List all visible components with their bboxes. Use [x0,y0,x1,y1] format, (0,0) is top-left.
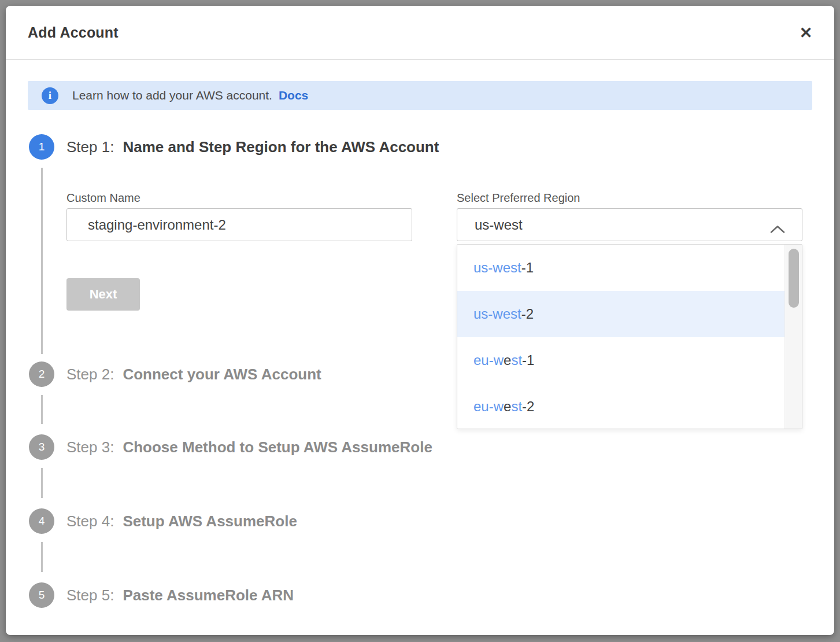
page-title: Add Account [28,6,119,59]
step-connector-2-3 [41,395,43,424]
step-2-heading: Step 2: Connect your AWS Account [66,361,321,387]
option-rest-text: e [504,399,511,415]
dropdown-scrollbar-thumb[interactable] [789,249,799,308]
step-4-badge: 4 [29,508,54,534]
dropdown-option-eu-west-2[interactable]: eu-west-2 [457,383,802,429]
dropdown-option-us-west-1[interactable]: us-west-1 [457,245,802,291]
step-5-heading: Step 5: Paste AssumeRole ARN [66,582,294,608]
step-5-badge: 5 [29,582,54,608]
step-1-title: Name and Step Region for the AWS Account [123,138,439,156]
step-2-title: Connect your AWS Account [123,366,321,383]
option-match-text: eu-w [473,352,504,368]
option-rest-text: e [504,352,511,368]
custom-name-label: Custom Name [66,191,140,205]
close-button[interactable]: ✕ [795,22,817,44]
step-3-heading: Step 3: Choose Method to Setup AWS Assum… [66,434,432,460]
step-2-number: 2 [39,368,45,381]
step-1-heading: Step 1: Name and Step Region for the AWS… [66,134,439,160]
step-5-title: Paste AssumeRole ARN [123,586,294,604]
region-label: Select Preferred Region [457,191,580,205]
step-3-badge: 3 [29,434,54,460]
custom-name-input[interactable] [66,208,412,241]
dropdown-options: us-west-1us-west-2eu-west-1eu-west-2 [457,245,802,429]
option-rest-text: -1 [522,352,534,368]
step-connector-1-2 [41,168,43,354]
docs-banner: i Learn how to add your AWS account. Doc… [28,81,812,110]
step-4-heading: Step 4: Setup AWS AssumeRole [66,508,297,534]
step-1-prefix: Step 1: [66,138,114,156]
step-3-title: Choose Method to Setup AWS AssumeRole [123,438,432,456]
option-match-text: st [511,399,522,415]
option-match-text: eu-w [473,399,504,415]
option-match-text: st [511,352,522,368]
step-5-number: 5 [39,589,45,602]
dropdown-scrollbar-track[interactable] [785,245,802,429]
step-4-title: Setup AWS AssumeRole [123,512,297,530]
step-2-prefix: Step 2: [66,366,114,383]
step-1-number: 1 [39,141,45,153]
step-4-prefix: Step 4: [66,512,114,530]
step-3-prefix: Step 3: [66,438,114,456]
step-3-number: 3 [39,441,45,453]
region-select-value: us-west [475,217,523,233]
option-match-text: us-west [473,306,521,322]
modal-header: Add Account ✕ [6,6,834,60]
step-2-badge: 2 [29,361,54,387]
step-connector-4-5 [41,542,43,572]
region-select[interactable]: us-west [457,208,802,241]
option-rest-text: -1 [521,260,534,276]
dropdown-option-eu-west-1[interactable]: eu-west-1 [457,337,802,383]
step-1-badge: 1 [29,134,54,160]
add-account-modal: Add Account ✕ i Learn how to add your AW… [6,6,834,635]
step-5-prefix: Step 5: [66,586,114,604]
close-icon: ✕ [800,24,813,42]
step-4-number: 4 [39,515,45,527]
option-rest-text: -2 [521,306,534,322]
info-icon: i [42,87,58,104]
step-connector-3-4 [41,468,43,498]
docs-link[interactable]: Docs [279,88,308,102]
chevron-up-icon [769,221,786,237]
region-dropdown-list: us-west-1us-west-2eu-west-1eu-west-2 [457,244,802,429]
option-match-text: us-west [473,260,521,276]
option-rest-text: -2 [522,399,534,415]
banner-text: Learn how to add your AWS account. [72,88,272,102]
next-button[interactable]: Next [66,278,140,311]
dropdown-option-us-west-2[interactable]: us-west-2 [457,291,802,337]
